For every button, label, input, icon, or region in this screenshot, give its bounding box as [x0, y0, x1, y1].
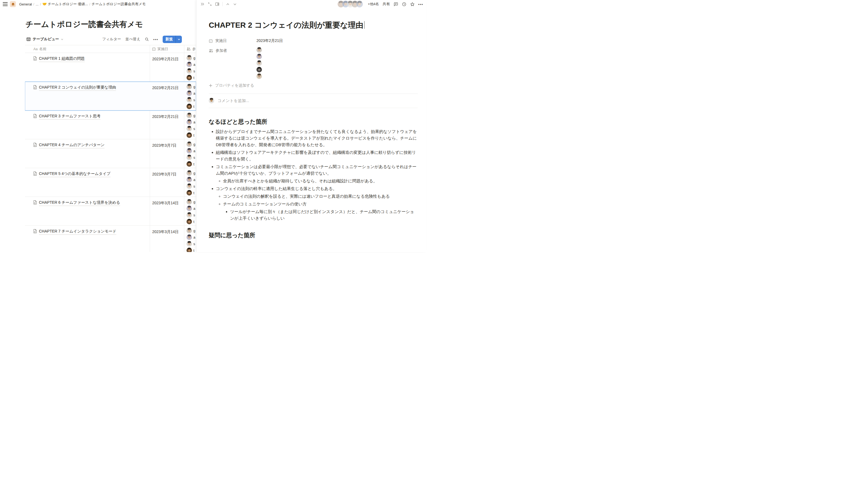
- page-more-icon[interactable]: •••: [418, 2, 423, 6]
- row-date-cell[interactable]: 2023年2月21日: [150, 82, 184, 110]
- page-peek-panel: +他4名 共有 ••• CHAPTER 2 コンウェイの法則が重要な理由: [196, 0, 427, 252]
- participant-name: g: [193, 142, 195, 146]
- avatar: [186, 190, 192, 196]
- row-people-cell[interactable]: gast: [184, 110, 196, 139]
- row-people-cell[interactable]: gast: [184, 139, 196, 168]
- bullet-list-item[interactable]: 組織構造はソフトウェアアーキテクチャに影響を及ぼすので、組織構造の変更は人事に頼…: [209, 149, 418, 162]
- table-row[interactable]: CHAPTER 1 組織図の問題 2023年2月21日 gast: [25, 53, 196, 82]
- avatar: [186, 113, 192, 118]
- table-row[interactable]: CHAPTER 6 チームファーストな境界を決める 2023年3月14日 gas…: [25, 197, 196, 226]
- row-name-cell[interactable]: CHAPTER 6 チームファーストな境界を決める: [25, 197, 150, 226]
- favorite-star-icon[interactable]: [410, 2, 415, 6]
- row-date-cell[interactable]: 2023年3月7日: [150, 139, 184, 168]
- bullet-marker-icon: [209, 185, 216, 192]
- row-page-link[interactable]: CHAPTER 4 チームのアンチパターン: [39, 143, 105, 148]
- add-property-button[interactable]: プロパティを追加する: [209, 81, 418, 90]
- row-people-cell[interactable]: gast: [184, 197, 196, 226]
- participant-chip: g: [186, 199, 196, 204]
- bullet-list-item[interactable]: コンウェイの法則の解釈を誤ると、実際には速いフローと真逆の効果になる危険性もある: [216, 193, 418, 200]
- row-page-link[interactable]: CHAPTER 5 4つの基本的なチームタイプ: [39, 172, 110, 177]
- row-date-cell[interactable]: 2023年2月21日: [150, 53, 184, 82]
- share-button[interactable]: 共有: [383, 2, 390, 6]
- bullet-list-item[interactable]: ツールがチーム毎に別々（または同じだけど別インスタンス）だと、チーム間のコミュニ…: [223, 209, 418, 221]
- row-date-cell[interactable]: 2023年3月14日: [150, 226, 184, 252]
- more-options-icon[interactable]: •••: [153, 37, 158, 41]
- property-date-label[interactable]: 実施日: [209, 38, 256, 43]
- participant-chip: g: [186, 228, 196, 233]
- top-navigation-bar: General/.../🤝 チームトポロジー 価値.../チームトポロジー読書会…: [0, 0, 196, 8]
- people-icon: [209, 49, 213, 53]
- column-header-people[interactable]: 参: [184, 47, 196, 52]
- breadcrumb-item[interactable]: チームトポロジー読書会共有メモ: [90, 1, 147, 7]
- row-people-cell[interactable]: gast: [184, 226, 196, 252]
- bullet-list-item[interactable]: 設計からデプロイまでチーム間コニュニケーションを持たなくても良くなるよう、効果的…: [209, 128, 418, 148]
- avatar: [186, 97, 192, 103]
- peek-page-title[interactable]: CHAPTER 2 コンウェイの法則が重要な理由: [209, 20, 418, 30]
- bullet-list-item[interactable]: コンウェイの法則の軽率に適用した結果生じる落とし穴もある。: [209, 185, 418, 192]
- previous-page-icon[interactable]: [226, 2, 230, 6]
- row-page-link[interactable]: CHAPTER 1 組織図の問題: [39, 56, 85, 62]
- row-date-cell[interactable]: 2023年3月14日: [150, 197, 184, 226]
- text-type-icon: Aa: [34, 47, 38, 51]
- participant-name: t: [193, 162, 194, 166]
- property-date-value[interactable]: 2023年2月21日: [256, 38, 283, 43]
- breadcrumb-item[interactable]: General: [18, 2, 33, 7]
- expand-page-icon[interactable]: [208, 2, 212, 6]
- row-page-link[interactable]: CHAPTER 7 チームインタラクションモード: [39, 229, 116, 235]
- row-page-link[interactable]: CHAPTER 2 コンウェイの法則が重要な理由: [39, 85, 116, 91]
- breadcrumb-item[interactable]: ...: [35, 2, 40, 7]
- participant-chip: g: [186, 142, 196, 147]
- close-peek-icon[interactable]: [200, 2, 205, 6]
- row-name-cell[interactable]: CHAPTER 4 チームのアンチパターン: [25, 139, 150, 168]
- more-members-count[interactable]: +他4名: [368, 2, 379, 6]
- database-table: Aa 名前 実施日 参 CHAPTER 1 組織図の問題: [25, 45, 196, 252]
- row-people-cell[interactable]: gast: [184, 53, 196, 82]
- column-header-date[interactable]: 実施日: [150, 47, 184, 52]
- row-date-cell[interactable]: 2023年2月21日: [150, 110, 184, 139]
- row-page-link[interactable]: CHAPTER 3 チームファースト思考: [39, 114, 101, 120]
- comments-icon[interactable]: [394, 2, 398, 6]
- history-icon[interactable]: [402, 2, 407, 6]
- new-button[interactable]: 新規: [163, 36, 182, 43]
- participant-name: t: [193, 249, 194, 252]
- table-row[interactable]: CHAPTER 2 コンウェイの法則が重要な理由 2023年2月21日 gast: [25, 82, 196, 110]
- row-name-cell[interactable]: CHAPTER 2 コンウェイの法則が重要な理由: [25, 82, 150, 110]
- participant-avatars[interactable]: [256, 47, 262, 79]
- people-icon: [186, 47, 191, 51]
- breadcrumb-item[interactable]: 🤝 チームトポロジー 価値...: [41, 1, 89, 7]
- menu-icon[interactable]: [3, 2, 8, 6]
- row-name-cell[interactable]: CHAPTER 3 チームファースト思考: [25, 110, 150, 139]
- bullet-list-item[interactable]: チームのコミュニケーションツールの使い方: [216, 201, 418, 207]
- row-name-cell[interactable]: CHAPTER 1 組織図の問題: [25, 53, 150, 82]
- next-page-icon[interactable]: [233, 2, 237, 6]
- sort-button[interactable]: 並べ替え: [125, 37, 140, 42]
- add-comment-row[interactable]: コメントを追加...: [209, 94, 418, 108]
- property-participants-label[interactable]: 参加者: [209, 47, 256, 53]
- column-header-name[interactable]: Aa 名前: [25, 47, 150, 52]
- row-page-link[interactable]: CHAPTER 6 チームファーストな境界を決める: [39, 200, 120, 206]
- tab-table-view[interactable]: テーブルビュー: [26, 37, 64, 42]
- row-people-cell[interactable]: gast: [184, 82, 196, 110]
- home-icon[interactable]: [10, 1, 16, 7]
- database-toolbar: テーブルビュー フィルター 並べ替え ••• 新規: [26, 35, 182, 43]
- table-row[interactable]: CHAPTER 4 チームのアンチパターン 2023年3月7日 gast: [25, 139, 196, 168]
- table-row[interactable]: CHAPTER 5 4つの基本的なチームタイプ 2023年3月7日 gast: [25, 168, 196, 197]
- bullet-list-item[interactable]: 全員が出席すべきとかを組織が期待しているなら、それは組織設計に問題がある。: [216, 178, 418, 184]
- search-icon[interactable]: [145, 37, 149, 41]
- participant-chip: s: [186, 212, 196, 218]
- row-people-cell[interactable]: gast: [184, 168, 196, 197]
- row-name-cell[interactable]: CHAPTER 5 4つの基本的なチームタイプ: [25, 168, 150, 197]
- new-button-chevron-icon[interactable]: [176, 36, 182, 43]
- filter-button[interactable]: フィルター: [102, 37, 121, 42]
- section-heading[interactable]: なるほどと思った箇所: [209, 118, 418, 126]
- section-heading[interactable]: 疑問に思った箇所: [209, 231, 418, 239]
- row-date-cell[interactable]: 2023年3月7日: [150, 168, 184, 197]
- page-title[interactable]: チームトポロジー読書会共有メモ: [25, 19, 143, 30]
- bullet-list-item[interactable]: コミュニケーションは必要最小限が理想で、必要でないチーム間コミュニケーションがあ…: [209, 163, 418, 177]
- participant-name: a: [193, 149, 195, 153]
- table-row[interactable]: CHAPTER 3 チームファースト思考 2023年2月21日 gast: [25, 110, 196, 139]
- side-peek-icon[interactable]: [215, 2, 219, 6]
- participant-name: g: [193, 113, 195, 118]
- table-row[interactable]: CHAPTER 7 チームインタラクションモード 2023年3月14日 gast: [25, 226, 196, 252]
- row-name-cell[interactable]: CHAPTER 7 チームインタラクションモード: [25, 226, 150, 252]
